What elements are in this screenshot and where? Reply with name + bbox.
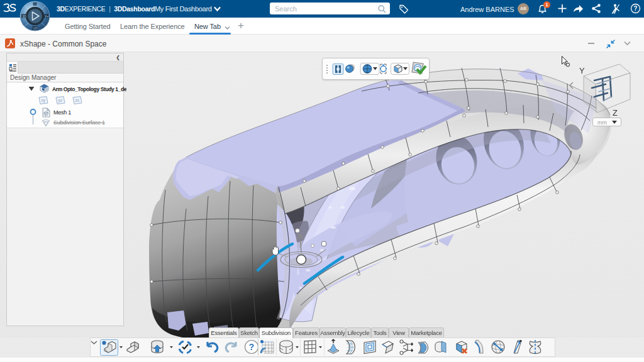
svg-text:zx: zx xyxy=(75,98,80,102)
svg-text:Z: Z xyxy=(613,108,618,118)
svg-text:yz: yz xyxy=(58,98,63,103)
svg-text:?: ? xyxy=(249,342,255,352)
svg-text:xy: xy xyxy=(42,98,46,103)
svg-text:3D: 3D xyxy=(23,15,27,18)
svg-text:?: ? xyxy=(633,5,637,12)
svg-text:Y: Y xyxy=(579,66,585,75)
svg-text:V.R: V.R xyxy=(33,27,38,30)
svg-text:V+: V+ xyxy=(45,15,48,18)
